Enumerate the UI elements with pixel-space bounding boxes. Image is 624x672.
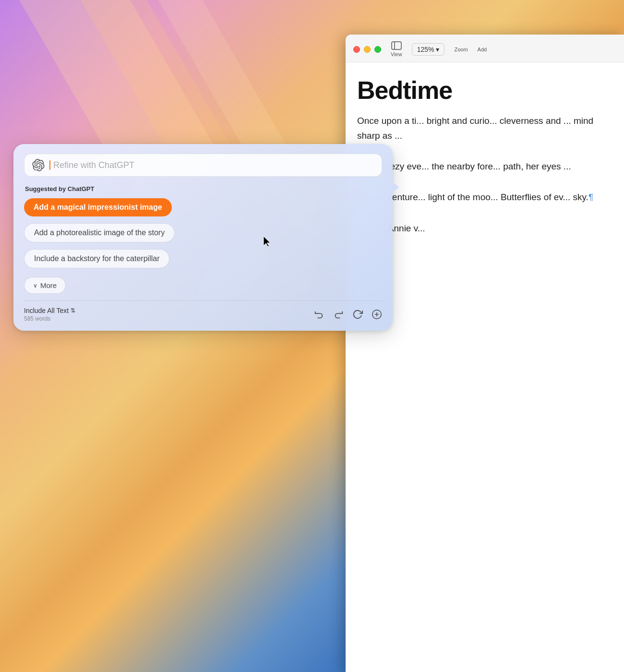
svg-rect-0 [392, 42, 401, 49]
zoom-value: 125% [417, 46, 434, 53]
zoom-toolbar-item: Zoom [454, 47, 468, 52]
view-toolbar-item[interactable]: View [391, 41, 402, 57]
paragraph-1: Once upon a ti... bright and curio... cl… [357, 114, 612, 143]
suggested-label: Suggested by ChatGPT [24, 185, 382, 192]
include-all-text[interactable]: Include All Text ⇅ [24, 307, 75, 314]
suggestion-magical-button[interactable]: Add a magical impressionist image [24, 198, 172, 216]
more-button[interactable]: ∨ More [24, 277, 66, 294]
close-button[interactable] [353, 46, 360, 53]
zoom-label: Zoom [454, 47, 468, 52]
list-item: Add a photorealistic image of the story [24, 223, 382, 247]
panel-divider [24, 300, 382, 301]
minimize-button[interactable] [364, 46, 371, 53]
footer-actions [314, 309, 382, 320]
list-item: ∨ More [24, 275, 382, 294]
redo-button[interactable] [333, 309, 344, 320]
list-item: Add a magical impressionist image [24, 198, 382, 221]
titlebar: View 125% ▾ Zoom Add [346, 35, 624, 62]
chevron-down-icon: ∨ [33, 282, 37, 289]
paragraph-3: As she venture... light of the moo... Bu… [357, 190, 612, 204]
search-placeholder: Refine with ChatGPT [53, 160, 134, 170]
text-cursor [49, 160, 50, 170]
more-label: More [40, 281, 57, 289]
pilcrow-1: ¶ [357, 147, 612, 156]
undo-icon [314, 309, 324, 320]
plus-circle-icon [372, 309, 382, 320]
sort-icon: ⇅ [71, 307, 75, 314]
word-count: 585 words [24, 315, 75, 322]
paragraph-4: "Wow," Annie v... [357, 221, 612, 236]
document-title: Bedtime [357, 77, 612, 104]
search-input[interactable]: Refine with ChatGPT [49, 160, 374, 170]
paragraph-2: One breezy eve... the nearby fore... pat… [357, 159, 612, 174]
suggestion-photorealistic-button[interactable]: Add a photorealistic image of the story [24, 223, 175, 242]
sidebar-icon [391, 41, 402, 50]
panel-footer: Include All Text ⇅ 585 words [24, 307, 382, 322]
chatgpt-logo-icon [32, 159, 45, 171]
redo-icon [333, 309, 344, 320]
add-button[interactable] [372, 309, 382, 320]
suggestions-list: Add a magical impressionist image Add a … [24, 198, 382, 294]
document-window: View 125% ▾ Zoom Add Bedtime Once upon a… [346, 35, 624, 672]
include-label: Include All Text [24, 307, 69, 314]
undo-button[interactable] [314, 309, 324, 320]
traffic-lights [353, 46, 381, 53]
zoom-control[interactable]: 125% ▾ [412, 43, 445, 56]
maximize-button[interactable] [374, 46, 381, 53]
suggestion-backstory-button[interactable]: Include a backstory for the caterpillar [24, 249, 169, 268]
list-item: Include a backstory for the caterpillar [24, 249, 382, 273]
chatgpt-panel: Refine with ChatGPT Suggested by ChatGPT… [13, 144, 393, 331]
search-bar[interactable]: Refine with ChatGPT [24, 154, 382, 177]
view-label: View [391, 51, 402, 57]
zoom-chevron-icon: ▾ [436, 46, 439, 53]
add-label: Add [478, 47, 487, 52]
pilcrow-3: ¶ [357, 209, 612, 217]
refresh-icon [352, 309, 363, 320]
footer-left: Include All Text ⇅ 585 words [24, 307, 75, 322]
refresh-button[interactable] [352, 309, 363, 320]
